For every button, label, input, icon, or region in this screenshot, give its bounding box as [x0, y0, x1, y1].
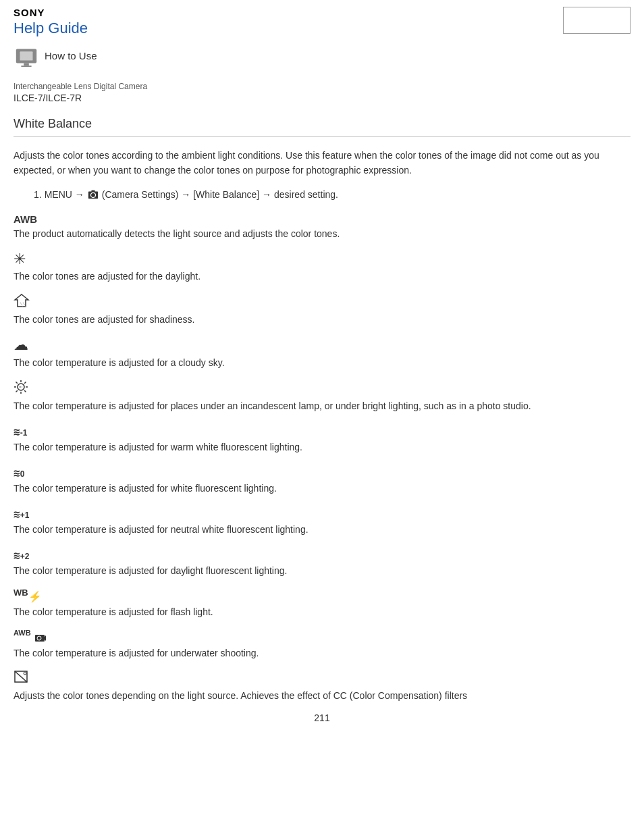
fluor-plus1-icon: ≋+1: [14, 505, 630, 521]
wb-item-shade: The color tones are adjusted for shadine…: [14, 293, 630, 327]
shade-svg: [14, 293, 30, 308]
page-header: SONY Help Guide: [0, 0, 644, 37]
svg-line-8: [20, 303, 23, 307]
wb-item-incandescent: The color temperature is adjusted for pl…: [14, 380, 630, 414]
daylight-icon: ✳: [14, 251, 630, 268]
wb-item-awb: AWB The product automatically detects th…: [14, 213, 630, 241]
wb-filter-desc: Adjusts the color tones depending on the…: [14, 689, 630, 703]
fluor-plus2-icon: ≋+2: [14, 546, 630, 563]
wb-awb-desc: The product automatically detects the li…: [14, 227, 630, 241]
wb-underwater-desc: The color temperature is adjusted for un…: [14, 646, 630, 660]
svg-rect-6: [91, 190, 95, 192]
fluor-minus1-icon: ≋-1: [14, 423, 630, 439]
wb-awb-label: AWB: [14, 213, 630, 225]
instruction-rest: (Camera Settings) → [White Balance] → de…: [102, 189, 338, 200]
filter-svg: [14, 670, 28, 683]
wb-fluor-0-desc: The color temperature is adjusted for wh…: [14, 481, 630, 496]
page-title-area: White Balance: [0, 103, 644, 136]
intro-paragraph: Adjusts the color tones according to the…: [14, 148, 630, 178]
underwater-camera-svg: [34, 633, 47, 644]
instruction-menu: MENU →: [45, 189, 84, 200]
wb-item-filter: Adjusts the color tones depending on the…: [14, 670, 630, 703]
shade-icon: [14, 293, 630, 311]
svg-rect-20: [35, 635, 45, 642]
breadcrumb: How to Use: [0, 37, 644, 68]
wb-shade-desc: The color tones are adjusted for shadine…: [14, 313, 630, 327]
svg-line-24: [15, 671, 27, 682]
page-title: White Balance: [14, 117, 630, 131]
underwater-icon: AWB: [14, 629, 630, 645]
incandescent-icon: [14, 380, 630, 398]
svg-rect-1: [20, 51, 33, 60]
wb-item-daylight: ✳ The color tones are adjusted for the d…: [14, 251, 630, 284]
wb-cloudy-desc: The color temperature is adjusted for a …: [14, 356, 630, 370]
fluor-0-icon: ≋0: [14, 464, 630, 480]
main-content: Adjusts the color tones according to the…: [0, 137, 644, 200]
sony-logo: SONY: [14, 7, 88, 18]
camera-type: Interchangeable Lens Digital Camera: [14, 82, 630, 91]
help-guide-title: Help Guide: [14, 20, 88, 37]
camera-model: ILCE-7/ILCE-7R: [14, 93, 630, 103]
wb-settings-section: AWB The product automatically detects th…: [0, 213, 644, 703]
wb-incandescent-desc: The color temperature is adjusted for pl…: [14, 399, 630, 413]
wb-fluor-plus1-desc: The color temperature is adjusted for ne…: [14, 523, 630, 537]
flash-wb-icon: WB⚡: [14, 588, 630, 604]
wb-item-fluor-plus2: ≋+2 The color temperature is adjusted fo…: [14, 546, 630, 578]
svg-rect-2: [24, 63, 29, 66]
menu-instruction: 1. MENU → (Camera Settings) → [White Bal…: [34, 189, 630, 200]
svg-point-25: [24, 672, 26, 675]
wb-item-cloudy: ☁ The color temperature is adjusted for …: [14, 336, 630, 369]
wb-item-flash: WB⚡ The color temperature is adjusted fo…: [14, 588, 630, 619]
wb-item-fluor-plus1: ≋+1 The color temperature is adjusted fo…: [14, 505, 630, 537]
breadcrumb-text: How to Use: [45, 50, 97, 61]
brand-area: SONY Help Guide: [14, 7, 88, 37]
device-icon: [14, 43, 39, 68]
svg-line-16: [24, 390, 26, 392]
wb-flash-desc: The color temperature is adjusted for fl…: [14, 605, 630, 619]
filter-icon: [14, 670, 630, 687]
wb-fluor-plus2-desc: The color temperature is adjusted for da…: [14, 564, 630, 578]
wb-item-fluor-minus1: ≋-1 The color temperature is adjusted fo…: [14, 423, 630, 454]
wb-item-underwater: AWB The color temperature is adjusted fo…: [14, 629, 630, 660]
svg-rect-3: [21, 66, 31, 67]
instruction-step: 1.: [34, 189, 42, 200]
svg-line-17: [24, 382, 26, 383]
incandescent-svg: [14, 380, 28, 394]
wb-daylight-desc: The color tones are adjusted for the day…: [14, 269, 630, 284]
page-number: 211: [0, 712, 644, 723]
svg-marker-21: [45, 635, 46, 641]
camera-model-area: Interchangeable Lens Digital Camera ILCE…: [0, 68, 644, 103]
wb-fluor-minus1-desc: The color temperature is adjusted for wa…: [14, 440, 630, 454]
svg-line-18: [16, 390, 18, 392]
wb-item-fluor-0: ≋0 The color temperature is adjusted for…: [14, 464, 630, 496]
header-box: [563, 7, 630, 34]
cloud-icon: ☁: [14, 336, 630, 354]
camera-settings-icon: [87, 189, 99, 200]
svg-line-15: [16, 382, 18, 383]
